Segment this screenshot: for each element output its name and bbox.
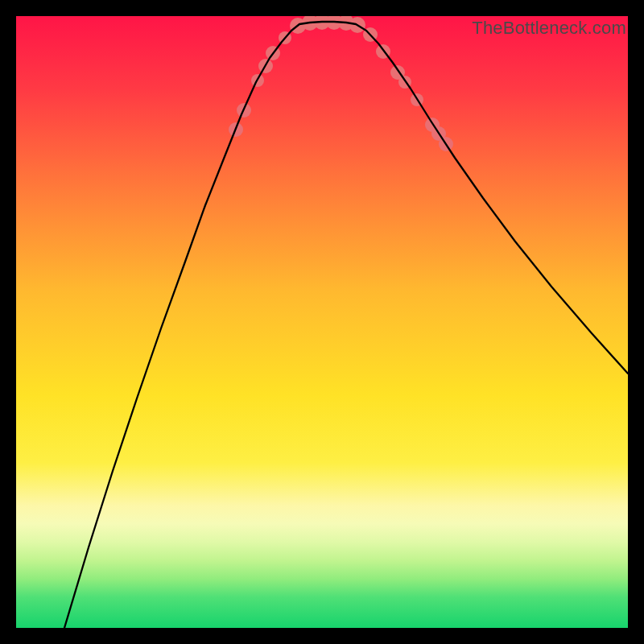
watermark-text: TheBottleneck.com	[472, 18, 626, 39]
bottleneck-curve	[64, 22, 628, 628]
markers-group	[229, 16, 453, 151]
curve-layer	[16, 16, 628, 628]
plot-frame	[16, 16, 628, 628]
